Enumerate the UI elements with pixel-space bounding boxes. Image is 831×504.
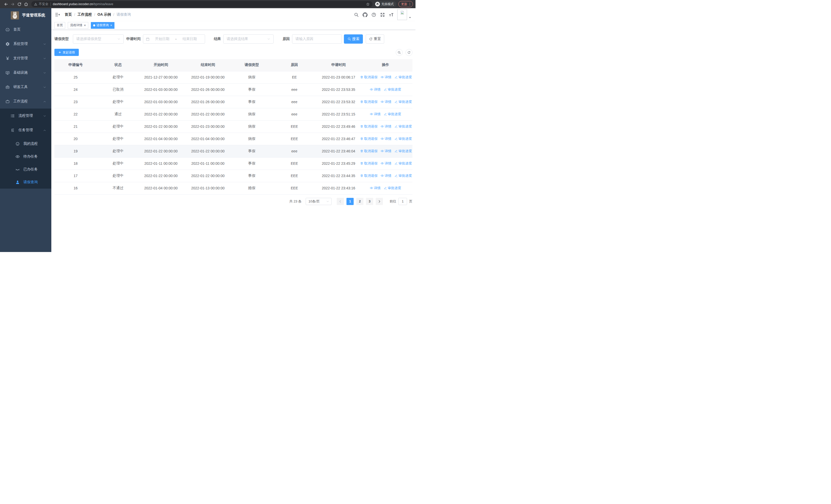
sidebar-item-workflow[interactable]: 工作流程: [0, 94, 51, 109]
reason-input[interactable]: 请输入原因: [292, 34, 342, 43]
approval-progress-link[interactable]: 审批进度: [395, 161, 412, 166]
apply-time-range-picker[interactable]: 开始日期 - 结束日期: [143, 34, 205, 43]
cell-apply-id: 18: [54, 157, 97, 170]
column-header: 结束时间: [182, 59, 233, 71]
detail-link[interactable]: 详情: [381, 75, 391, 80]
close-icon[interactable]: ×: [110, 24, 112, 27]
approval-progress-link[interactable]: 审批进度: [395, 75, 412, 80]
sidebar-item-task-management[interactable]: 任务管理: [0, 123, 51, 137]
cancel-leave-link[interactable]: 取消请假: [360, 174, 377, 178]
result-select[interactable]: 请选择流结果: [223, 34, 274, 43]
sidebar-item-leave-query[interactable]: 请假查询: [0, 176, 51, 188]
sidebar-collapse-icon[interactable]: [55, 12, 60, 17]
cancel-leave-link[interactable]: 取消请假: [360, 75, 377, 80]
leave-table: 申请编号状态开始时间结束时间请假类型原因申请时间操作 25处理中2021-12-…: [54, 59, 412, 195]
sidebar-item-done-tasks[interactable]: 已办任务: [0, 163, 51, 176]
page-size-select[interactable]: 10条/页: [306, 198, 332, 205]
sidebar-item-todo-tasks[interactable]: 待办任务: [0, 150, 51, 163]
address-bar[interactable]: 不安全 dashboard.yudao.iocoder.cn/bpm/oa/le…: [31, 1, 372, 7]
breadcrumb-separator: /: [113, 12, 114, 17]
sidebar-item-process-management[interactable]: 流程管理: [0, 109, 51, 123]
page-3-button[interactable]: 3: [366, 198, 373, 205]
detail-link[interactable]: 详情: [381, 174, 391, 178]
tab-process-detail[interactable]: 流程详情×: [68, 22, 88, 29]
user-menu-caret-icon[interactable]: [408, 16, 411, 19]
github-icon[interactable]: [363, 12, 368, 17]
cell-end-time: 2022-01-11 00:00:00: [182, 157, 233, 170]
approval-progress-link[interactable]: 审批进度: [384, 112, 401, 117]
detail-link[interactable]: 详情: [370, 186, 381, 190]
cell-actions: 取消请假详情审批进度: [359, 157, 412, 170]
detail-link[interactable]: 详情: [381, 99, 391, 104]
approval-progress-link[interactable]: 审批进度: [395, 137, 412, 141]
reset-button[interactable]: 重置: [366, 34, 384, 43]
cell-apply-time: 2022-01-22 23:53:35: [318, 83, 359, 96]
goto-page-input[interactable]: 1: [398, 198, 407, 205]
detail-link[interactable]: 详情: [381, 124, 391, 129]
close-icon[interactable]: ×: [84, 24, 86, 27]
browser-forward-icon[interactable]: [9, 1, 16, 7]
browser-menu-icon[interactable]: [408, 2, 412, 6]
sidebar-item-payment-management[interactable]: 支付管理: [0, 51, 51, 65]
browser-update-button[interactable]: 更新: [398, 1, 413, 7]
cell-apply-time: 2022-01-22 23:51:15: [318, 108, 359, 120]
approval-progress-link[interactable]: 审批进度: [384, 87, 401, 92]
create-leave-button[interactable]: 发起请假: [54, 49, 79, 56]
tab-home[interactable]: 首页: [54, 22, 65, 29]
table-search-button[interactable]: [396, 49, 403, 56]
fullscreen-icon[interactable]: [380, 12, 385, 17]
approval-progress-link[interactable]: 审批进度: [384, 186, 401, 190]
leave-type-select[interactable]: 请选择请假类型: [73, 34, 124, 43]
table-refresh-button[interactable]: [405, 49, 412, 56]
cancel-leave-link[interactable]: 取消请假: [360, 124, 377, 129]
cell-actions: 详情审批进度: [359, 108, 412, 120]
cell-apply-time: 2022-01-22 23:46:47: [318, 133, 359, 145]
sidebar-item-home[interactable]: 首页: [0, 22, 51, 37]
monitor-icon: [5, 70, 10, 75]
table-row: 23处理中2022-01-03 00:00:002022-01-26 00:00…: [54, 96, 412, 108]
cancel-leave-link[interactable]: 取消请假: [360, 99, 377, 104]
browser-home-icon[interactable]: [23, 1, 29, 7]
help-icon[interactable]: [371, 12, 376, 17]
next-page-button[interactable]: [376, 198, 383, 205]
tab-leave-query[interactable]: 请假查询×: [91, 22, 115, 29]
page-2-button[interactable]: 2: [356, 198, 364, 205]
sidebar-item-system-management[interactable]: 系统管理: [0, 37, 51, 51]
breadcrumb-item[interactable]: OA 示例: [97, 12, 111, 17]
approval-progress-link[interactable]: 审批进度: [395, 174, 412, 178]
page-1-button[interactable]: 1: [346, 198, 354, 205]
approval-progress-link[interactable]: 审批进度: [395, 149, 412, 153]
sidebar-item-label: 流程管理: [19, 113, 33, 118]
browser-back-icon[interactable]: [3, 1, 9, 7]
cancel-leave-link[interactable]: 取消请假: [360, 149, 377, 153]
bookmark-star-icon[interactable]: [366, 2, 370, 6]
detail-link[interactable]: 详情: [381, 161, 391, 166]
cancel-leave-link[interactable]: 取消请假: [360, 161, 377, 166]
user-avatar[interactable]: [397, 9, 407, 20]
sidebar-item-infrastructure[interactable]: 基础设施: [0, 65, 51, 80]
detail-link[interactable]: 详情: [370, 87, 381, 92]
detail-link[interactable]: 详情: [370, 112, 381, 117]
prev-page-button[interactable]: [337, 198, 344, 205]
approval-progress-link[interactable]: 审批进度: [395, 124, 412, 129]
search-button[interactable]: 搜索: [344, 34, 363, 43]
detail-link[interactable]: 详情: [381, 137, 391, 141]
cell-start-time: 2022-01-22 00:00:00: [139, 170, 182, 182]
breadcrumb-item[interactable]: 首页: [65, 12, 72, 17]
cancel-leave-link[interactable]: 取消请假: [360, 137, 377, 141]
cell-start-time: 2022-01-11 00:00:00: [139, 157, 182, 170]
cell-apply-time: 2022-01-22 23:44:35: [318, 170, 359, 182]
cell-status: 已取消: [97, 83, 139, 96]
cell-reason: EEE: [270, 182, 318, 194]
app-logo[interactable]: 芋道管理系统: [0, 8, 51, 22]
breadcrumb-item[interactable]: 工作流程: [78, 12, 92, 17]
search-icon[interactable]: [354, 12, 359, 17]
browser-reload-icon[interactable]: [16, 1, 23, 7]
sidebar-item-dev-tools[interactable]: 研发工具: [0, 80, 51, 94]
detail-link[interactable]: 详情: [381, 149, 391, 153]
cell-actions: 详情审批进度: [359, 83, 412, 96]
font-size-icon[interactable]: [389, 12, 394, 17]
approval-progress-link[interactable]: 审批进度: [395, 99, 412, 104]
cell-end-time: 2022-01-23 00:00:00: [182, 120, 233, 133]
sidebar-item-my-processes[interactable]: 我的流程: [0, 137, 51, 150]
